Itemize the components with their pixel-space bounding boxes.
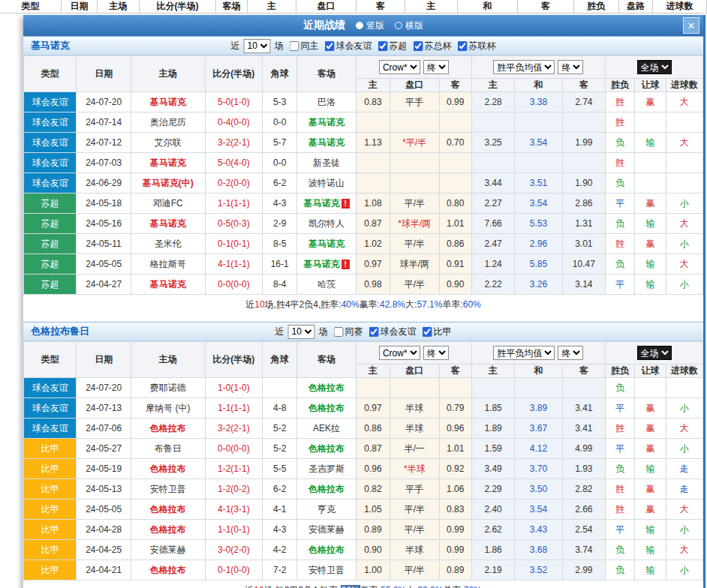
column-header: 比分(半场) [205, 342, 263, 378]
odds-away-cell: 0.96 [439, 418, 471, 439]
odds-company-select[interactable]: Crow* [379, 60, 420, 74]
home-team-cell: 费耶诺德 [131, 378, 205, 398]
avg-type-select[interactable]: 胜平负均值 [493, 60, 555, 74]
odds-home-cell: 1.02 [356, 234, 390, 254]
avg-draw-cell: 3.54 [515, 194, 562, 214]
match-row: 比甲24-04-28色格拉布1-1(0-1)4-3安德莱赫0.89平/半0.99… [24, 520, 703, 540]
odds-home-cell: 0.87 [356, 439, 390, 459]
odds-company-select[interactable]: Crow* [379, 346, 420, 360]
recent-count-select[interactable]: 10 [244, 39, 271, 53]
filter-option[interactable]: 同主 [290, 40, 319, 52]
filter-checkbox[interactable] [414, 41, 423, 51]
avg-draw-cell: 5.53 [515, 214, 562, 234]
away-team-name: AEK拉 [313, 423, 340, 434]
filter-checkbox[interactable] [369, 327, 379, 337]
period-select[interactable]: 全场 [637, 346, 672, 360]
score-cell: 0-0(0-0) [205, 274, 263, 295]
filter-checkbox[interactable] [290, 41, 299, 51]
avg-away-cell: 3.41 [562, 398, 605, 418]
date-cell: 24-05-27 [77, 439, 131, 459]
league-cell: 苏超 [24, 214, 77, 234]
recent-count-select[interactable]: 10 [288, 325, 315, 339]
summary-part: 57.1% [417, 299, 442, 310]
result-cell: 平 [606, 439, 635, 459]
sub-column-header: 胜负 [606, 364, 635, 378]
corners-cell: 4-1 [263, 500, 297, 520]
match-row: 球会友谊24-07-06色格拉布3-2(2-1)5-2AEK拉0.86半球0.9… [24, 418, 703, 439]
avg-draw-cell: 3.26 [515, 274, 562, 295]
score-cell: 0-5(0-3) [205, 214, 263, 234]
filter-option[interactable]: 球会友谊 [369, 326, 417, 338]
avg-time-select[interactable]: 终 [558, 346, 583, 360]
result-cell: 负 [606, 540, 635, 560]
score-cell: 0-1(0-1) [205, 234, 263, 254]
sub-column-header: 客 [562, 364, 605, 378]
odds-away-cell: 0.80 [439, 194, 471, 214]
layout-radio-vertical[interactable]: 竖版 [356, 20, 384, 32]
filter-checkbox[interactable] [334, 327, 344, 337]
filter-option[interactable]: 苏总杯 [414, 40, 452, 52]
radio-selected-icon [356, 22, 363, 29]
score-cell: 3-2(2-1) [205, 418, 263, 439]
away-team-cell: 色格拉布 [297, 540, 357, 560]
sub-column-header: 胜负 [606, 79, 635, 92]
filter-checkbox[interactable] [378, 41, 388, 51]
filter-checkbox[interactable] [458, 41, 468, 51]
away-team-name: 新圣徒 [313, 158, 340, 168]
score-cell: 4-1(1-1) [205, 254, 263, 274]
team-section: 基马诺克近10场同主球会友谊苏超苏总杯苏联杯类型日期主场比分(半场)角球客场Cr… [23, 36, 703, 314]
avg-type-select[interactable]: 胜平负均值 [493, 346, 555, 360]
score-cell: 0-0(0-0) [205, 439, 263, 459]
odds-time-select[interactable]: 终 [423, 346, 449, 360]
column-header: 日期 [77, 342, 131, 378]
odds-home-cell: 0.90 [356, 540, 390, 560]
bg-header-cell: 主 [248, 0, 296, 13]
avg-time-select[interactable]: 终 [558, 60, 583, 74]
result-cell: 胜 [606, 500, 635, 520]
odds-time-select[interactable]: 终 [423, 60, 449, 74]
filter-controls: 近10场同赛球会友谊比甲 [275, 325, 452, 339]
avg-home-cell: 1.24 [471, 254, 514, 274]
filter-option[interactable]: 球会友谊 [325, 40, 372, 52]
home-team-name: 基马诺克 [150, 97, 186, 107]
away-team-name: 凯尔特人 [308, 218, 344, 229]
away-team-cell: 色格拉布 [297, 439, 357, 459]
filter-option[interactable]: 同赛 [334, 326, 363, 338]
background-table-header: 类型日期主场比分(半场)客场主盘口客主和客胜负盘路进球数 [0, 0, 707, 14]
avg-away-cell [562, 153, 605, 173]
filter-option[interactable]: 苏联杯 [458, 40, 496, 52]
odds-home-cell [356, 378, 390, 398]
odds-home-cell [356, 112, 390, 133]
result-cell: 负 [606, 378, 635, 398]
close-button[interactable]: ✕ [683, 17, 699, 34]
handicap-result-cell: 赢 [635, 234, 666, 254]
layout-radio-horizontal[interactable]: 横版 [395, 20, 423, 32]
handicap-cell: 平/半 [390, 194, 439, 214]
result-cell: 负 [606, 214, 635, 234]
results-table: 类型日期主场比分(半场)角球客场Crow*终胜平负均值终全场主盘口客主和客胜负让… [23, 341, 703, 580]
match-row: 球会友谊24-07-13摩纳哥 (中)1-1(1-1)4-8色格拉布0.97半球… [24, 398, 703, 418]
date-cell: 24-04-28 [77, 520, 131, 540]
handicap-result-cell: 赢 [635, 194, 666, 214]
odds-away-cell [439, 153, 471, 173]
avg-home-cell: 1.85 [471, 398, 514, 418]
away-team-name: 安特卫普 [308, 565, 344, 575]
goals-cell: 大 [666, 92, 702, 112]
matches-label: 场 [319, 326, 328, 338]
avg-home-cell: 1.59 [471, 439, 514, 459]
home-team-cell: 安德莱赫 [131, 540, 205, 560]
filter-option[interactable]: 比甲 [423, 326, 452, 338]
avg-home-cell: 2.28 [471, 92, 514, 112]
bg-header-cell: 主 [405, 0, 458, 13]
near-label: 近 [231, 40, 240, 52]
filter-checkbox[interactable] [423, 327, 432, 337]
result-cell: 胜 [606, 92, 635, 112]
filter-option[interactable]: 苏超 [378, 40, 408, 52]
corners-cell: 4-3 [263, 194, 297, 214]
home-team-cell: 基马诺克 [131, 214, 205, 234]
corners-cell: 5-5 [263, 459, 297, 479]
league-cell: 比甲 [24, 500, 77, 520]
filter-checkbox[interactable] [325, 41, 335, 51]
home-team-cell: 色格拉布 [131, 560, 205, 580]
period-select[interactable]: 全场 [637, 60, 672, 74]
